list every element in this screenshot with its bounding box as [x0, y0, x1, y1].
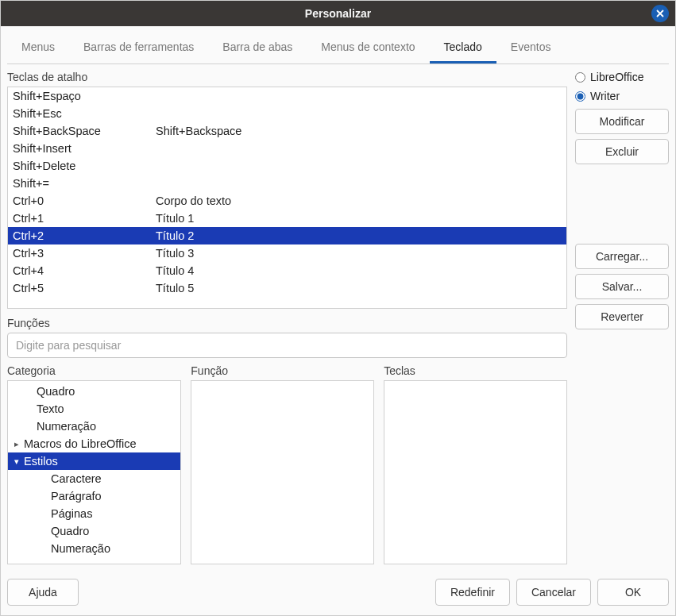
shortcut-row[interactable]: Ctrl+4Título 4	[8, 262, 566, 279]
category-item[interactable]: ▸Macros do LibreOffice	[8, 435, 180, 452]
shortcut-row[interactable]: Shift+Esc	[8, 105, 566, 122]
load-button[interactable]: Carregar...	[575, 244, 669, 269]
save-button[interactable]: Salvar...	[575, 274, 669, 299]
shortcut-key: Ctrl+0	[13, 194, 156, 207]
category-label: Estilos	[24, 455, 58, 468]
shortcut-function: Corpo do texto	[156, 194, 562, 207]
shortcut-key: Shift+Esc	[13, 107, 156, 120]
shortcut-function: Shift+Backspace	[156, 125, 562, 137]
category-item[interactable]: Caractere	[8, 470, 180, 487]
shortcut-row[interactable]: Ctrl+0Corpo do texto	[8, 192, 566, 210]
shortcut-function: Título 3	[156, 247, 562, 260]
shortcut-key: Shift+Espaço	[13, 90, 156, 102]
shortcut-row[interactable]: Ctrl+2Título 2	[8, 227, 566, 244]
shortcut-function	[156, 90, 562, 102]
chevron-right-icon: ▸	[13, 439, 21, 449]
shortcut-key: Shift+BackSpace	[13, 125, 156, 137]
shortcut-function: Título 4	[156, 264, 562, 277]
tab-toolbars[interactable]: Barras de ferramentas	[69, 33, 208, 64]
category-label: Páginas	[51, 507, 92, 520]
shortcut-key: Ctrl+1	[13, 212, 156, 225]
shortcut-function: Título 1	[156, 212, 562, 225]
shortcut-function	[156, 177, 562, 190]
tab-menus[interactable]: Menus	[7, 33, 69, 64]
category-label: Texto	[37, 402, 64, 415]
shortcut-row[interactable]: Shift+Insert	[8, 140, 566, 157]
tab-bar: Menus Barras de ferramentas Barra de aba…	[7, 33, 669, 64]
shortcut-list[interactable]: Shift+EspaçoShift+EscShift+BackSpaceShif…	[7, 87, 567, 309]
category-label: Quadro	[51, 525, 89, 537]
category-label: Macros do LibreOffice	[24, 437, 137, 450]
shortcut-function: Título 5	[156, 282, 562, 295]
close-button[interactable]	[651, 5, 669, 22]
scope-writer-radio[interactable]	[575, 91, 585, 102]
delete-button[interactable]: Excluir	[575, 139, 669, 164]
keys-list[interactable]	[384, 380, 567, 564]
category-label: Numeração	[51, 542, 110, 555]
shortcut-key: Shift+Delete	[13, 160, 156, 172]
keys-label: Teclas	[384, 364, 567, 377]
search-input[interactable]	[7, 333, 567, 358]
scope-libreoffice-radio[interactable]	[575, 72, 585, 83]
shortcut-key: Shift+=	[13, 177, 156, 190]
scope-writer[interactable]: Writer	[575, 90, 669, 102]
category-label: Numeração	[37, 420, 96, 433]
category-label: Quadro	[37, 385, 75, 398]
category-label: Caractere	[51, 472, 102, 485]
shortcut-row[interactable]: Shift+=	[8, 175, 566, 192]
shortcut-row[interactable]: Shift+Delete	[8, 157, 566, 175]
shortcuts-label: Teclas de atalho	[7, 71, 567, 83]
category-item[interactable]: Quadro	[8, 522, 180, 540]
category-item[interactable]: Numeração	[8, 540, 180, 557]
category-item[interactable]: ▾Estilos	[8, 452, 180, 470]
shortcut-function	[156, 160, 562, 172]
scope-writer-label: Writer	[590, 90, 620, 102]
category-list[interactable]: QuadroTextoNumeração▸Macros do LibreOffi…	[7, 380, 181, 564]
scope-libreoffice-label: LibreOffice	[590, 71, 643, 83]
tab-events[interactable]: Eventos	[496, 33, 566, 64]
function-list[interactable]	[191, 380, 374, 564]
reset-button[interactable]: Redefinir	[435, 579, 510, 606]
category-item[interactable]: Quadro	[8, 383, 180, 400]
ok-button[interactable]: OK	[597, 579, 669, 606]
shortcut-row[interactable]: Ctrl+1Título 1	[8, 210, 566, 227]
chevron-down-icon: ▾	[13, 456, 21, 467]
shortcut-row[interactable]: Ctrl+3Título 3	[8, 244, 566, 262]
scope-libreoffice[interactable]: LibreOffice	[575, 71, 669, 83]
category-item[interactable]: Parágrafo	[8, 487, 180, 505]
title-bar: Personalizar	[1, 1, 675, 26]
shortcut-row[interactable]: Shift+BackSpaceShift+Backspace	[8, 122, 566, 140]
shortcut-function	[156, 107, 562, 120]
category-item[interactable]: Numeração	[8, 418, 180, 435]
category-item[interactable]: Texto	[8, 400, 180, 418]
shortcut-function	[156, 142, 562, 155]
revert-button[interactable]: Reverter	[575, 304, 669, 329]
tab-context-menus[interactable]: Menus de contexto	[307, 33, 429, 64]
help-button[interactable]: Ajuda	[7, 579, 79, 606]
shortcut-key: Shift+Insert	[13, 142, 156, 155]
shortcut-key: Ctrl+3	[13, 247, 156, 260]
tab-tabbar[interactable]: Barra de abas	[208, 33, 307, 64]
shortcut-row[interactable]: Ctrl+5Título 5	[8, 279, 566, 297]
shortcut-key: Ctrl+4	[13, 264, 156, 277]
cancel-button[interactable]: Cancelar	[516, 579, 591, 606]
modify-button[interactable]: Modificar	[575, 109, 669, 134]
function-label: Função	[191, 364, 374, 377]
shortcut-key: Ctrl+5	[13, 282, 156, 295]
functions-label: Funções	[7, 317, 567, 329]
window-title: Personalizar	[305, 7, 371, 20]
tab-keyboard[interactable]: Teclado	[430, 33, 496, 64]
shortcut-key: Ctrl+2	[13, 229, 156, 242]
category-label: Parágrafo	[51, 490, 102, 502]
shortcut-row[interactable]: Shift+Espaço	[8, 87, 566, 105]
category-item[interactable]: Páginas	[8, 505, 180, 522]
category-label: Categoria	[7, 364, 181, 377]
shortcut-function: Título 2	[156, 229, 562, 242]
